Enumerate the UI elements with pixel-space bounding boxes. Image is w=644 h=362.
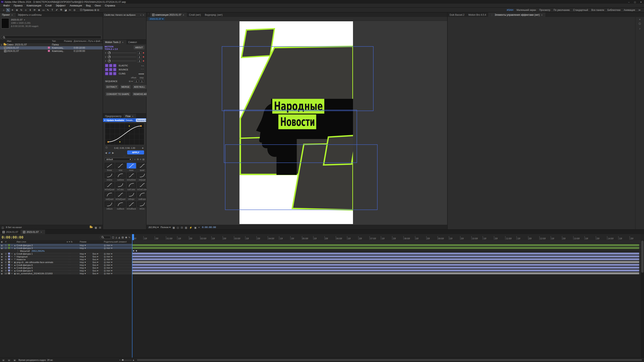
project-row[interactable]: 2024.01.07 Композиц... 0:13:00:00 — [0, 49, 103, 53]
layer-track[interactable] — [132, 258, 641, 261]
flow-preset[interactable]: outCubic — [126, 182, 136, 191]
audio-panel-icon[interactable]: ♪ — [639, 27, 640, 30]
layer-row[interactable]: ◉ 7 ▸ ◈ Слой-фигура 6 · · · Нор ▾ Без ▾ … — [0, 264, 132, 266]
zoom-slider-thumb[interactable] — [122, 359, 123, 361]
frame-blending-icon[interactable]: ▤ — [122, 236, 124, 239]
track-matte-select[interactable]: Без ▾ — [92, 255, 104, 258]
layer-row[interactable]: ◉ 9 ▸ ◈ Слой-фигура 4 · · · Нор ▾ Без ▾ … — [0, 269, 132, 272]
anchor-point-tool[interactable]: ⊗ — [37, 8, 41, 12]
anchor-cell[interactable] — [105, 64, 108, 67]
track-matte-select[interactable]: Без ▾ — [92, 258, 104, 260]
sequence-icon-a[interactable]: ⇉ — [128, 80, 130, 82]
parent-select[interactable]: ◎ Нет ▾ — [104, 261, 132, 263]
preset-library-select[interactable]: default▾ — [105, 158, 132, 161]
track-matte-select[interactable]: Без ▾ — [92, 252, 104, 255]
snapping-icon-b[interactable]: ⊟ — [97, 8, 99, 11]
property-row[interactable]: ◔ Масштаб 2953,2953% — [0, 249, 132, 252]
track-matte-select[interactable]: Без ▾ — [92, 261, 104, 263]
layer-track[interactable] — [132, 269, 641, 272]
parent-select[interactable]: ◎ Нет ▾ — [104, 244, 132, 246]
layer-label-swatch[interactable] — [8, 272, 10, 274]
flow-preset[interactable]: outSine — [116, 173, 126, 181]
panel-menu-icon[interactable]: ≡ — [182, 13, 185, 16]
mt-knob-value[interactable]: 0 — [137, 55, 142, 58]
duplicate-preset-icon[interactable]: ⧉ — [137, 158, 139, 161]
tab-motion-tools[interactable]: Motion Tools 2≡ — [103, 40, 126, 44]
snapping-icon-a[interactable]: ⊞ — [94, 8, 96, 11]
blend-mode-select[interactable]: Нор ▾ — [80, 252, 92, 255]
layer-row[interactable]: ◉ 4 ▸ T Народные · · · Нор ▾ Без ▾ ◎ Нет… — [0, 255, 132, 258]
apply-button[interactable]: APPLY — [127, 150, 144, 154]
minimize-button[interactable]: – — [626, 0, 632, 3]
keyframe-icon[interactable]: ◆ — [136, 249, 137, 252]
timeline-vertical-scrollbar[interactable] — [641, 240, 644, 358]
tab-effects-presets[interactable]: Эффекты и шаблоны — [16, 12, 44, 17]
anchor-cell[interactable] — [113, 68, 116, 71]
layer-row[interactable]: ◉ 6 ▸ ▦ png-cli...ale-silhouette-face-an… — [0, 261, 132, 264]
layer-label-swatch[interactable] — [8, 258, 10, 260]
twirl-icon[interactable]: ▸ — [11, 264, 13, 266]
layer-row[interactable]: ◉ 1 ▸ ◈ Слой-фигура 2 · · · Нор ▾ ◎ Нет … — [0, 244, 132, 247]
timeline-search[interactable] — [100, 236, 111, 239]
flow-preset[interactable]: linear — [105, 163, 114, 171]
orbit-camera-tool[interactable]: ↻ — [19, 8, 23, 12]
label-color-swatch[interactable] — [48, 47, 50, 49]
banner-close-icon[interactable]: ✕ — [104, 119, 106, 121]
layer-visibility-icon[interactable]: ◉ — [0, 269, 4, 272]
blend-mode-select[interactable]: Нор ▾ — [80, 255, 92, 258]
flow-preset[interactable]: inOutBack — [126, 202, 136, 210]
layer-track[interactable] — [132, 252, 641, 255]
tab-project[interactable]: Проект≡ — [0, 12, 16, 17]
workspace-item-6[interactable]: Библиотеки — [606, 9, 622, 11]
workspace-item-7[interactable]: Анимация — [622, 9, 636, 11]
layer-visibility-icon[interactable]: ◉ — [0, 261, 4, 263]
layer-label-swatch[interactable] — [8, 264, 10, 266]
track-area[interactable]: ◆ ◆ — [132, 240, 641, 358]
parent-select[interactable]: ◎ Нет ▾ — [104, 247, 132, 249]
snapping-checkbox[interactable] — [80, 9, 82, 11]
hand-tool[interactable]: ✛ — [10, 8, 14, 12]
layer-row[interactable]: ◉ 8 ▸ ◈ Слой-фигура 5 · · · Нор ▾ Без ▾ … — [0, 266, 132, 269]
blend-mode-select[interactable]: Нор ▾ — [80, 267, 92, 269]
parent-select[interactable]: ◎ Нет ▾ — [104, 272, 132, 275]
workspace-item-2[interactable]: Просмотр — [538, 9, 552, 11]
library-menu-icon[interactable]: ≡ — [140, 158, 141, 160]
color-depth-label[interactable]: 8 бит на канал — [6, 226, 22, 228]
eraser-tool[interactable]: ◪ — [64, 8, 68, 12]
zoom-select[interactable]: (62,9%) ▾ — [148, 226, 158, 228]
flow-curve-editor[interactable] — [105, 123, 144, 145]
layer-track[interactable] — [132, 264, 641, 266]
next-preset-button[interactable]: ▶ — [112, 151, 114, 154]
elastic-button[interactable]: ELASTIC∿∿ — [119, 64, 144, 67]
fast-previews-icon[interactable]: ⚡ — [189, 226, 192, 229]
project-row[interactable]: ▸ Сквиз: 2023.01.07 Папка — [0, 43, 103, 46]
resolution-select[interactable]: Полное ▾ — [160, 226, 171, 228]
layer-visibility-icon[interactable]: ◉ — [0, 264, 4, 266]
parent-select[interactable]: ◎ Нет ▾ — [104, 264, 132, 266]
label-color-swatch[interactable] — [48, 50, 50, 52]
current-time-indicator[interactable] — [132, 240, 132, 358]
clone-stamp-tool[interactable]: ⧉ — [59, 8, 63, 12]
close-button[interactable]: ✕ — [638, 0, 644, 3]
col-type[interactable]: Тип — [52, 40, 64, 42]
mask-visibility-icon[interactable]: ◻ — [177, 226, 179, 229]
twirl-icon[interactable]: ▸ — [11, 255, 13, 257]
transparency-grid-icon[interactable]: ▨ — [185, 226, 187, 229]
layer-duration-bar[interactable] — [132, 267, 639, 269]
viewer-pasteboard[interactable]: Народные Новости — [146, 21, 447, 225]
layer-label-swatch[interactable] — [8, 247, 10, 249]
mt-record-dot[interactable] — [143, 52, 144, 53]
roto-brush-tool[interactable]: ✄ — [68, 8, 72, 12]
twirl-icon[interactable]: ▸ — [11, 267, 13, 269]
new-composition-icon[interactable]: ▦ — [95, 226, 97, 229]
expand-transfer-controls-button[interactable]: ▤ — [7, 359, 11, 362]
panel-menu-icon[interactable]: ≡ — [11, 13, 14, 16]
timeline-ruler[interactable]: :00f10f20f01:00f10f20f02:00f10f20f03:00f… — [132, 234, 641, 240]
sequence-icon-b[interactable]: ⇛ — [131, 80, 133, 82]
layer-row[interactable]: ◉ 5 ▸ T Новости · · · Нор ▾ Без ▾ ◎ Нет … — [0, 258, 132, 261]
trash-icon[interactable]: ⊟ — [99, 226, 101, 229]
bezier-values[interactable]: 0.42, 0.00, 0.58, 1.00 — [108, 147, 142, 149]
menu-item-4[interactable]: Эффект — [54, 4, 68, 7]
parent-select[interactable]: ◎ Нет ▾ — [104, 258, 132, 260]
drag-handle-dots[interactable]: ··· — [103, 155, 146, 157]
